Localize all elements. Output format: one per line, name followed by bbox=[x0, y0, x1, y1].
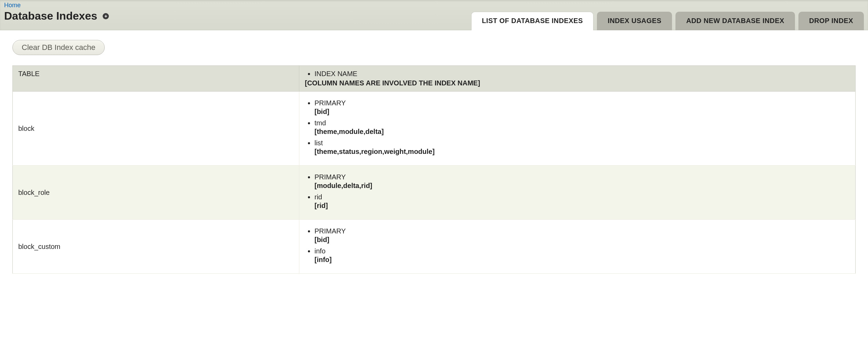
th-index-name-sub: [COLUMN NAMES ARE INVOLVED THE INDEX NAM… bbox=[305, 79, 850, 87]
header-bar: Home Database Indexes + LIST OF DATABASE… bbox=[0, 0, 868, 30]
index-item: rid[rid] bbox=[314, 193, 850, 210]
index-name: info bbox=[314, 247, 850, 255]
index-item: PRIMARY[bid] bbox=[314, 227, 850, 244]
index-item: list[theme,status,region,weight,module] bbox=[314, 139, 850, 156]
table-row: block_rolePRIMARY[module,delta,rid]rid[r… bbox=[13, 166, 856, 220]
page-title-text: Database Indexes bbox=[4, 10, 97, 22]
index-columns: [info] bbox=[314, 256, 850, 264]
clear-cache-button[interactable]: Clear DB Index cache bbox=[12, 40, 105, 55]
tab-index-usages[interactable]: INDEX USAGES bbox=[597, 12, 672, 30]
index-item: tmd[theme,module,delta] bbox=[314, 119, 850, 136]
index-name: PRIMARY bbox=[314, 227, 850, 235]
table-row: blockPRIMARY[bid]tmd[theme,module,delta]… bbox=[13, 92, 856, 166]
th-index-name: INDEX NAME [COLUMN NAMES ARE INVOLVED TH… bbox=[299, 66, 855, 92]
tab-add-index[interactable]: ADD NEW DATABASE INDEX bbox=[675, 12, 795, 30]
th-table: TABLE bbox=[13, 66, 299, 92]
breadcrumb: Home bbox=[4, 0, 864, 9]
cell-table-name: block_custom bbox=[13, 220, 299, 274]
th-index-name-bullet: INDEX NAME bbox=[314, 70, 850, 78]
tab-drop-index[interactable]: DROP INDEX bbox=[798, 12, 864, 30]
index-name: PRIMARY bbox=[314, 173, 850, 181]
cell-index-list: PRIMARY[module,delta,rid]rid[rid] bbox=[299, 166, 855, 220]
index-list: PRIMARY[bid]tmd[theme,module,delta]list[… bbox=[305, 99, 850, 156]
index-columns: [theme,status,region,weight,module] bbox=[314, 148, 850, 156]
index-name: tmd bbox=[314, 119, 850, 127]
index-columns: [bid] bbox=[314, 108, 850, 116]
cell-table-name: block bbox=[13, 92, 299, 166]
tab-strip: LIST OF DATABASE INDEXES INDEX USAGES AD… bbox=[471, 12, 864, 30]
cell-table-name: block_role bbox=[13, 166, 299, 220]
index-list: PRIMARY[bid]info[info] bbox=[305, 227, 850, 264]
index-columns: [module,delta,rid] bbox=[314, 182, 850, 190]
table-row: block_customPRIMARY[bid]info[info] bbox=[13, 220, 856, 274]
index-item: PRIMARY[bid] bbox=[314, 99, 850, 116]
cell-index-list: PRIMARY[bid]info[info] bbox=[299, 220, 855, 274]
plus-icon[interactable]: + bbox=[103, 13, 109, 19]
index-item: PRIMARY[module,delta,rid] bbox=[314, 173, 850, 190]
index-name: rid bbox=[314, 193, 850, 201]
tab-list-of-indexes[interactable]: LIST OF DATABASE INDEXES bbox=[471, 12, 593, 30]
index-list: PRIMARY[module,delta,rid]rid[rid] bbox=[305, 173, 850, 210]
content-area: Clear DB Index cache TABLE INDEX NAME [C… bbox=[0, 30, 868, 287]
indexes-table: TABLE INDEX NAME [COLUMN NAMES ARE INVOL… bbox=[12, 65, 856, 274]
index-columns: [rid] bbox=[314, 202, 850, 210]
breadcrumb-home-link[interactable]: Home bbox=[4, 2, 21, 9]
index-columns: [theme,module,delta] bbox=[314, 128, 850, 136]
index-columns: [bid] bbox=[314, 236, 850, 244]
index-item: info[info] bbox=[314, 247, 850, 264]
index-name: list bbox=[314, 139, 850, 147]
cell-index-list: PRIMARY[bid]tmd[theme,module,delta]list[… bbox=[299, 92, 855, 166]
index-name: PRIMARY bbox=[314, 99, 850, 107]
